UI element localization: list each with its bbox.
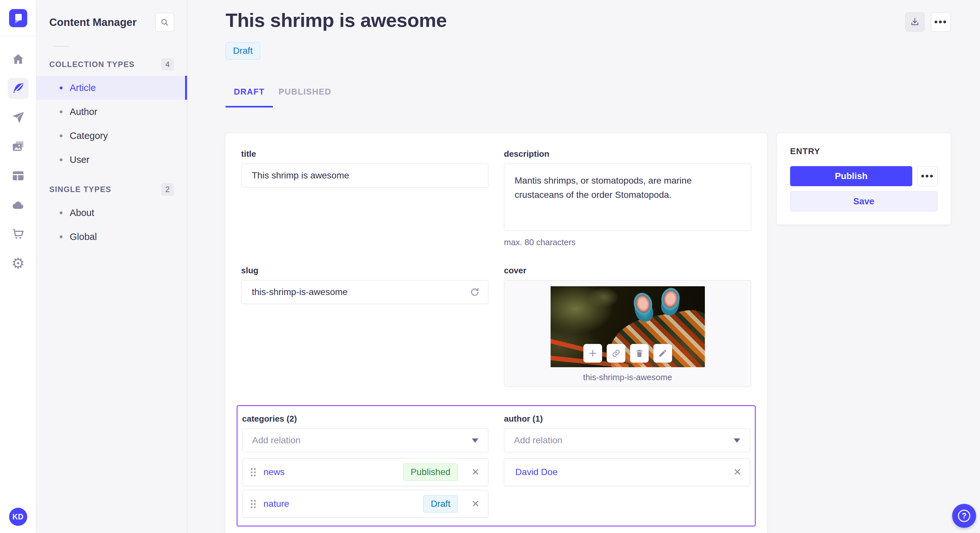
entry-more-button[interactable]: ••• — [918, 166, 937, 186]
sidebar-item-about[interactable]: About — [36, 201, 187, 225]
bullet-dot-icon — [60, 86, 62, 89]
edit-asset-button[interactable] — [653, 344, 672, 363]
releases-icon[interactable] — [8, 107, 29, 128]
field-categories: categories (2) Add relation news Publish… — [242, 414, 488, 518]
strapi-logo[interactable] — [9, 9, 27, 27]
pencil-icon — [658, 349, 667, 358]
categories-add-relation-combobox[interactable]: Add relation — [242, 428, 488, 452]
slug-label: slug — [241, 265, 488, 276]
bullet-dot-icon — [60, 134, 62, 137]
description-hint: max. 80 characters — [504, 237, 751, 247]
export-download-button[interactable] — [905, 12, 924, 32]
field-author: author (1) Add relation David Doe ✕ — [504, 414, 750, 518]
drag-handle-icon[interactable] — [251, 468, 256, 476]
sidebar-item-user[interactable]: User — [36, 148, 187, 171]
relation-status-badge: Draft — [423, 495, 458, 512]
remove-relation-icon[interactable]: ✕ — [471, 467, 480, 477]
download-icon — [910, 17, 920, 27]
marketplace-cart-icon[interactable] — [8, 224, 29, 244]
bullet-dot-icon — [60, 159, 62, 161]
field-title: title — [241, 149, 488, 247]
categories-label: categories (2) — [242, 414, 488, 424]
bullet-dot-icon — [60, 211, 62, 214]
delete-asset-button[interactable] — [630, 344, 649, 363]
bullet-dot-icon — [60, 235, 62, 238]
search-button[interactable] — [155, 13, 174, 32]
tab-published[interactable]: PUBLISHED — [277, 87, 332, 108]
content-type-builder-icon[interactable] — [8, 165, 29, 186]
sidebar-item-category[interactable]: Category — [36, 124, 187, 148]
collection-types-count: 4 — [161, 58, 174, 71]
drag-handle-icon[interactable] — [251, 500, 256, 508]
entry-panel: ENTRY Publish ••• Save — [777, 133, 950, 224]
relation-link[interactable]: David Doe — [515, 467, 720, 477]
bullet-dot-icon — [60, 110, 62, 113]
content-manager-icon[interactable] — [8, 78, 29, 99]
content-manager-sidebar: Content Manager COLLECTION TYPES 4 Artic… — [36, 0, 187, 533]
title-label: title — [241, 149, 488, 159]
relations-highlight-box: categories (2) Add relation news Publish… — [237, 405, 756, 527]
cloud-icon[interactable] — [8, 195, 29, 215]
sidebar-title: Content Manager — [49, 16, 137, 29]
sidebar-item-author[interactable]: Author — [36, 100, 187, 124]
publish-button[interactable]: Publish — [790, 166, 912, 186]
version-tabs: DRAFT PUBLISHED — [226, 87, 950, 108]
settings-gear-icon[interactable]: ⚙ — [8, 253, 29, 274]
save-button[interactable]: Save — [790, 191, 937, 211]
cover-label: cover — [504, 265, 751, 276]
sidebar-item-article[interactable]: Article — [36, 76, 187, 100]
relation-row-author: David Doe ✕ — [504, 458, 750, 486]
search-icon — [160, 18, 169, 27]
question-mark-icon: ? — [958, 510, 970, 522]
entry-heading: ENTRY — [790, 146, 937, 156]
description-textarea[interactable]: Mantis shrimps, or stomatopods, are mari… — [504, 163, 751, 231]
relation-link[interactable]: news — [264, 467, 395, 477]
cover-card: this-shrimp-is-awesome — [504, 280, 751, 387]
author-label: author (1) — [504, 414, 750, 424]
tab-draft[interactable]: DRAFT — [226, 87, 273, 108]
relation-link[interactable]: nature — [264, 499, 415, 509]
chevron-down-icon — [734, 438, 740, 443]
avatar[interactable]: KD — [9, 508, 27, 526]
regenerate-slug-icon[interactable] — [469, 287, 480, 297]
strapi-logo-icon — [9, 9, 27, 27]
status-badge: Draft — [226, 42, 260, 60]
relation-row-news: news Published ✕ — [242, 458, 488, 486]
page-title: This shrimp is awesome — [226, 9, 447, 32]
sidebar-divider — [53, 46, 69, 47]
main-content: This shrimp is awesome ••• Draft DRAFT P… — [187, 0, 980, 533]
relation-status-badge: Published — [403, 463, 458, 481]
edit-form-card: title description Mantis shrimps, or sto… — [226, 133, 767, 533]
header-more-button[interactable]: ••• — [931, 12, 950, 32]
description-label: description — [504, 149, 751, 159]
single-types-count: 2 — [161, 183, 174, 195]
relation-row-nature: nature Draft ✕ — [242, 490, 488, 518]
help-button[interactable]: ? — [952, 504, 976, 528]
remove-relation-icon[interactable]: ✕ — [733, 467, 741, 477]
trash-icon — [635, 349, 644, 358]
title-input[interactable] — [241, 163, 488, 187]
single-types-label: SINGLE TYPES — [49, 185, 111, 194]
chevron-down-icon — [472, 438, 478, 443]
field-cover: cover — [504, 265, 751, 387]
copy-link-button[interactable] — [607, 344, 625, 363]
add-asset-button[interactable] — [583, 344, 602, 363]
author-add-relation-combobox[interactable]: Add relation — [504, 428, 750, 452]
cover-image — [550, 286, 705, 367]
media-library-icon[interactable] — [8, 136, 29, 157]
cover-filename: this-shrimp-is-awesome — [583, 373, 672, 382]
link-icon — [611, 349, 620, 358]
home-icon[interactable] — [8, 49, 29, 70]
field-description: description Mantis shrimps, or stomatopo… — [504, 149, 751, 247]
remove-relation-icon[interactable]: ✕ — [471, 499, 480, 509]
collection-types-label: COLLECTION TYPES — [49, 60, 135, 69]
nav-rail: ⚙ KD — [0, 0, 36, 533]
slug-input[interactable] — [241, 280, 488, 304]
plus-icon — [588, 349, 597, 358]
sidebar-item-global[interactable]: Global — [36, 225, 187, 249]
field-slug: slug — [241, 265, 488, 387]
